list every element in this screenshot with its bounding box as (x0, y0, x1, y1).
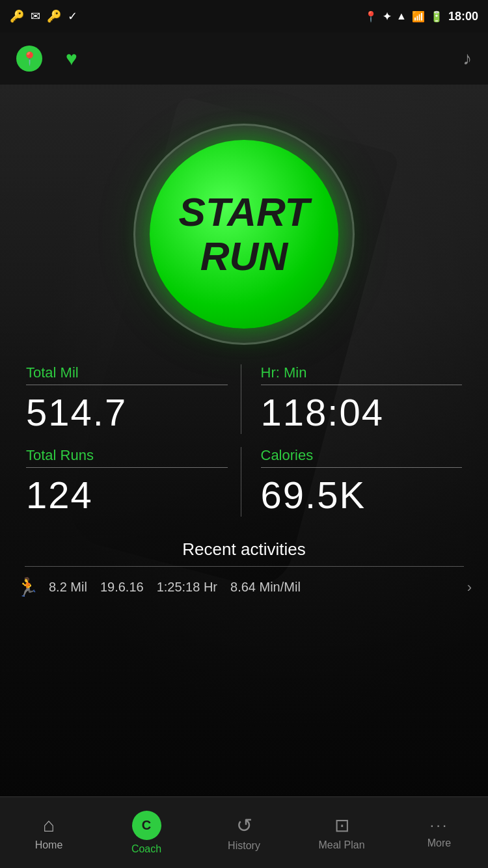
activity-time: 1:25:18 Hr (157, 580, 217, 595)
status-bar-right: 📍 ✦ ▲ 📶 🔋 18:00 (364, 10, 478, 23)
calories-value: 69.5K (261, 473, 463, 517)
heart-button[interactable]: ♥ (59, 46, 85, 72)
recent-activities-section: Recent activities 🏃 8.2 Mil 19.6.16 1:25… (0, 539, 488, 598)
status-bar-left: 🔑 ✉ 🔑 ✓ (10, 9, 77, 23)
location-button[interactable]: 📍 (16, 46, 42, 72)
activity-distance: 8.2 Mil (49, 580, 87, 595)
history-icon: ↺ (236, 814, 252, 837)
start-run-line1: START (179, 190, 310, 234)
stats-section: Total Mil 514.7 Hr: Min 118:04 Total Run… (0, 364, 488, 530)
wifi-icon: ▲ (396, 10, 407, 22)
coach-hat-letter: C (142, 818, 151, 833)
stat-hr-min: Hr: Min 118:04 (241, 364, 463, 434)
music-button[interactable]: ♪ (463, 48, 472, 69)
activity-chevron-icon: › (467, 579, 472, 596)
more-label: More (427, 837, 451, 849)
activity-run-icon: 🏃 (16, 576, 39, 598)
coach-hat-icon: C (132, 811, 161, 840)
more-icon: ··· (429, 816, 448, 834)
total-mil-value: 514.7 (26, 390, 228, 434)
nav-history[interactable]: ↺ History (195, 797, 293, 868)
nav-more[interactable]: ··· More (390, 797, 488, 868)
nav-coach[interactable]: C Coach (98, 797, 195, 868)
stat-divider-2 (261, 385, 463, 385)
activity-pace: 8.64 Min/Mil (230, 580, 301, 595)
coach-icon-wrap: C (132, 811, 161, 840)
hr-min-value: 118:04 (261, 390, 463, 434)
toolbar-left: 📍 ♥ (16, 46, 85, 72)
toolbar: 📍 ♥ ♪ (0, 33, 488, 85)
heart-icon: ♥ (66, 47, 77, 70)
status-bar: 🔑 ✉ 🔑 ✓ 📍 ✦ ▲ 📶 🔋 18:00 (0, 0, 488, 33)
stat-calories: Calories 69.5K (241, 447, 463, 517)
start-run-outer-ring: START RUN (133, 124, 355, 345)
notification-icon-2: ✉ (31, 9, 40, 23)
stat-divider-4 (261, 467, 463, 468)
meal-plan-label: Meal Plan (318, 839, 364, 851)
calories-label: Calories (261, 447, 463, 464)
location-signal-icon: 📍 (364, 10, 377, 23)
stat-total-mil: Total Mil 514.7 (26, 364, 241, 434)
location-icon: 📍 (21, 51, 38, 66)
home-icon: ⌂ (43, 814, 55, 836)
notification-icon-4: ✓ (68, 9, 77, 23)
start-run-container: START RUN (133, 124, 355, 345)
stats-row-1: Total Mil 514.7 Hr: Min 118:04 (26, 364, 462, 434)
meal-plan-icon: ⊡ (334, 815, 349, 836)
bluetooth-icon: ✦ (383, 10, 391, 23)
total-mil-label: Total Mil (26, 364, 228, 381)
main-content: START RUN Total Mil 514.7 Hr: Min 118:04 (0, 85, 488, 803)
home-label: Home (35, 839, 63, 851)
recent-activities-title: Recent activities (0, 539, 488, 560)
hr-min-label: Hr: Min (261, 364, 463, 381)
notification-icon-3: 🔑 (47, 9, 61, 23)
history-label: History (228, 840, 260, 852)
bottom-nav: ⌂ Home C Coach ↺ History ⊡ Meal Plan ···… (0, 796, 488, 868)
recent-divider (25, 566, 464, 567)
nav-meal-plan[interactable]: ⊡ Meal Plan (293, 797, 390, 868)
clock: 18:00 (448, 10, 478, 23)
total-runs-label: Total Runs (26, 447, 228, 464)
notification-icon-1: 🔑 (10, 9, 24, 23)
activity-date: 19.6.16 (100, 580, 144, 595)
nav-home[interactable]: ⌂ Home (0, 797, 98, 868)
recent-activity-row[interactable]: 🏃 8.2 Mil 19.6.16 1:25:18 Hr 8.64 Min/Mi… (0, 576, 488, 598)
stat-divider-1 (26, 385, 228, 385)
total-runs-value: 124 (26, 473, 228, 517)
coach-label: Coach (131, 843, 161, 855)
start-run-line2: RUN (200, 234, 288, 278)
stats-row-2: Total Runs 124 Calories 69.5K (26, 447, 462, 517)
activity-data: 8.2 Mil 19.6.16 1:25:18 Hr 8.64 Min/Mil (49, 580, 457, 595)
start-run-button[interactable]: START RUN (150, 140, 338, 329)
signal-icon: 📶 (412, 10, 425, 23)
stat-total-runs: Total Runs 124 (26, 447, 241, 517)
battery-icon: 🔋 (430, 10, 443, 23)
music-icon: ♪ (463, 48, 472, 68)
overlay-content: START RUN Total Mil 514.7 Hr: Min 118:04 (0, 85, 488, 803)
stat-divider-3 (26, 467, 228, 468)
